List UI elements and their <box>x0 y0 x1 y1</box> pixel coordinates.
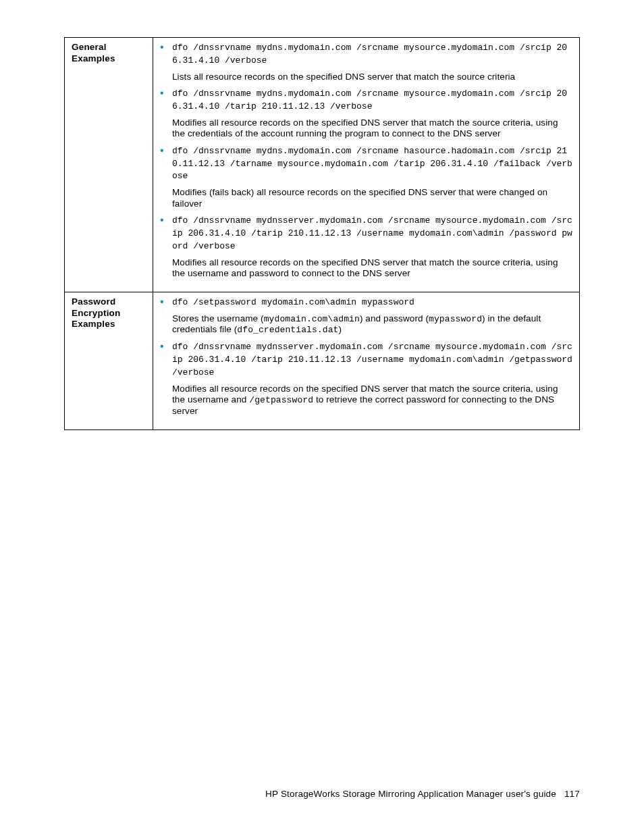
item-description: Modifies all resource records on the spe… <box>172 257 572 280</box>
command-code: dfo /dnssrvname mydns.mydomain.com /srcn… <box>172 42 572 68</box>
command-code: dfo /dnssrvname mydns.mydomain.com /srcn… <box>172 145 572 184</box>
list-item: dfo /dnssrvname mydns.mydomain.com /srcn… <box>160 145 572 209</box>
list-item: dfo /dnssrvname mydns.mydomain.com /srcn… <box>160 42 572 82</box>
item-description: Modifies (fails back) all resource recor… <box>172 187 572 209</box>
row-content: dfo /setpassword mydomain.com\admin mypa… <box>153 292 580 429</box>
row-label: Password Encryption Examples <box>65 292 153 429</box>
list-item: dfo /dnssrvname mydns.mydomain.com /srcn… <box>160 88 572 140</box>
inline-code: dfo_credentials.dat <box>237 325 338 335</box>
list-item: dfo /dnssrvname mydnsserver.mydomain.com… <box>160 215 572 279</box>
desc-text: Modifies all resource records on the spe… <box>172 118 558 138</box>
desc-text: Lists all resource records on the specif… <box>172 72 515 82</box>
desc-text: Modifies all resource records on the spe… <box>172 257 558 278</box>
examples-table: General Examplesdfo /dnssrvname mydns.my… <box>64 37 580 430</box>
desc-text: Stores the username ( <box>172 313 264 323</box>
inline-code: mypassword <box>429 314 482 324</box>
page-number: 117 <box>564 789 580 799</box>
list-item: dfo /dnssrvname mydnsserver.mydomain.com… <box>160 341 572 417</box>
desc-text: ) <box>338 324 342 334</box>
item-description: Modifies all resource records on the spe… <box>172 384 572 417</box>
inline-code: /getpassword <box>249 395 313 405</box>
command-code: dfo /dnssrvname mydnsserver.mydomain.com… <box>172 215 572 253</box>
inline-code: mydomain.com\admin <box>264 314 360 324</box>
list-item: dfo /setpassword mydomain.com\admin mypa… <box>160 296 572 336</box>
desc-text: Modifies (fails back) all resource recor… <box>172 187 547 208</box>
desc-text: ) and password ( <box>360 313 429 323</box>
row-content: dfo /dnssrvname mydns.mydomain.com /srcn… <box>153 38 580 292</box>
item-description: Lists all resource records on the specif… <box>172 72 572 82</box>
command-code: dfo /dnssrvname mydns.mydomain.com /srcn… <box>172 88 572 113</box>
page-footer: HP StorageWorks Storage Mirroring Applic… <box>265 789 580 799</box>
item-list: dfo /dnssrvname mydns.mydomain.com /srcn… <box>160 42 572 280</box>
command-code: dfo /dnssrvname mydnsserver.mydomain.com… <box>172 341 572 380</box>
item-description: Stores the username (mydomain.com\admin)… <box>172 313 572 336</box>
command-code: dfo /setpassword mydomain.com\admin mypa… <box>172 296 572 309</box>
row-label: General Examples <box>65 38 153 292</box>
item-description: Modifies all resource records on the spe… <box>172 118 572 140</box>
footer-text: HP StorageWorks Storage Mirroring Applic… <box>265 789 556 799</box>
item-list: dfo /setpassword mydomain.com\admin mypa… <box>160 296 572 417</box>
